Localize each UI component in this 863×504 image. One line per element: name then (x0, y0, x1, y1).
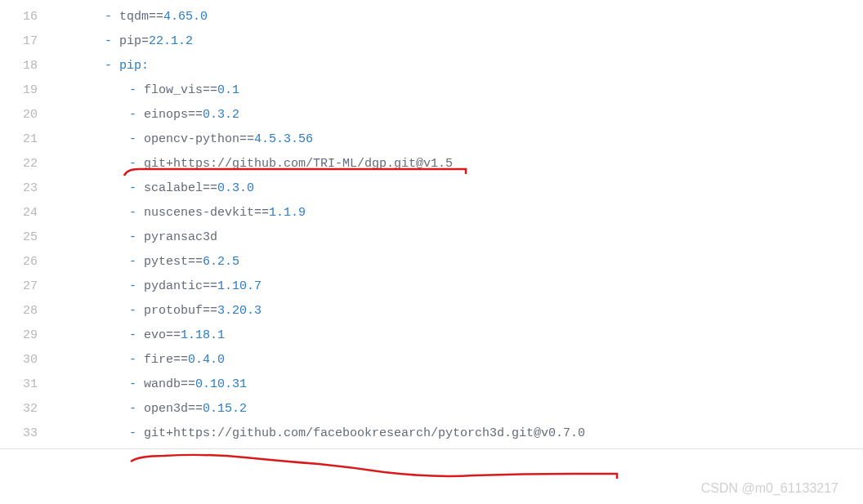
line-content: - nuscenes-devkit==1.1.9 (56, 206, 863, 220)
code-line: 19- flow_vis==0.1 (0, 78, 863, 102)
package-name: fire (144, 353, 173, 367)
equals: == (203, 279, 217, 293)
list-dash: - (129, 157, 136, 171)
line-number: 20 (0, 108, 56, 122)
equals: == (203, 83, 217, 97)
line-content: - wandb==0.10.31 (56, 377, 863, 391)
code-line: 17- pip=22.1.2 (0, 29, 863, 53)
package-name: tqdm (119, 10, 149, 24)
version: 0.4.0 (188, 353, 225, 367)
code-line: 30- fire==0.4.0 (0, 347, 863, 372)
code-line: 31- wandb==0.10.31 (0, 372, 863, 396)
list-dash: - (129, 206, 136, 220)
line-content: - scalabel==0.3.0 (56, 181, 863, 195)
package-name: nuscenes-devkit (144, 206, 254, 220)
line-number: 24 (0, 206, 56, 220)
line-number: 25 (0, 230, 56, 244)
list-dash: - (129, 181, 136, 195)
list-dash: - (105, 59, 112, 73)
line-number: 19 (0, 83, 56, 97)
package-name: pydantic (144, 279, 203, 293)
line-number: 23 (0, 181, 56, 195)
line-content: - git+https://github.com/facebookresearc… (56, 426, 863, 440)
watermark: CSDN @m0_61133217 (701, 481, 838, 496)
equals: == (149, 10, 163, 24)
line-content: - pip: (56, 59, 863, 73)
line-content: - pydantic==1.10.7 (56, 279, 863, 293)
package-name: open3d (144, 402, 188, 416)
line-content: - tqdm==4.65.0 (56, 10, 863, 24)
package-name: flow_vis (144, 83, 203, 97)
list-dash: - (129, 426, 136, 440)
equals: == (173, 353, 188, 367)
line-content: - pip=22.1.2 (56, 34, 863, 48)
package-name: pytest (144, 255, 188, 269)
equals: == (239, 132, 254, 146)
list-dash: - (129, 279, 136, 293)
package-name: git+https://github.com/facebookresearch/… (144, 426, 585, 440)
line-content: - flow_vis==0.1 (56, 83, 863, 97)
code-line: 23- scalabel==0.3.0 (0, 176, 863, 200)
list-dash: - (129, 328, 136, 342)
list-dash: - (129, 353, 136, 367)
line-number: 27 (0, 279, 56, 293)
equals: == (203, 181, 217, 195)
package-name: scalabel (144, 181, 203, 195)
list-dash: - (129, 83, 136, 97)
line-content: - open3d==0.15.2 (56, 402, 863, 416)
list-dash: - (129, 230, 136, 244)
version: 4.65.0 (163, 10, 208, 24)
version: 0.3.2 (203, 108, 239, 122)
package-name: wandb (144, 377, 181, 391)
line-number: 21 (0, 132, 56, 146)
code-line: 32- open3d==0.15.2 (0, 396, 863, 421)
list-dash: - (105, 34, 112, 48)
line-content: - protobuf==3.20.3 (56, 304, 863, 318)
bottom-border (0, 448, 863, 449)
equals: == (166, 328, 181, 342)
equals: == (203, 304, 217, 318)
version: 4.5.3.56 (254, 132, 313, 146)
line-number: 30 (0, 353, 56, 367)
line-content: - pyransac3d (56, 230, 863, 244)
equals: == (254, 206, 269, 220)
list-dash: - (129, 255, 136, 269)
line-number: 22 (0, 157, 56, 171)
list-dash: - (129, 304, 136, 318)
package-name: pip (119, 34, 141, 48)
version: 1.1.9 (269, 206, 306, 220)
code-line: 33- git+https://github.com/facebookresea… (0, 421, 863, 445)
package-name: opencv-python (144, 132, 239, 146)
line-number: 33 (0, 426, 56, 440)
line-number: 31 (0, 377, 56, 391)
yaml-key: pip: (119, 59, 149, 73)
equals: == (181, 377, 195, 391)
version: 3.20.3 (217, 304, 262, 318)
code-line: 27- pydantic==1.10.7 (0, 274, 863, 298)
list-dash: - (129, 132, 136, 146)
list-dash: - (129, 108, 136, 122)
code-line: 26- pytest==6.2.5 (0, 249, 863, 274)
line-number: 17 (0, 34, 56, 48)
version: 1.10.7 (217, 279, 262, 293)
line-content: - opencv-python==4.5.3.56 (56, 132, 863, 146)
version: 0.10.31 (195, 377, 247, 391)
line-content: - einops==0.3.2 (56, 108, 863, 122)
list-dash: - (129, 402, 136, 416)
line-number: 26 (0, 255, 56, 269)
code-block: 16- tqdm==4.65.017- pip=22.1.218- pip:19… (0, 0, 863, 445)
line-content: - evo==1.18.1 (56, 328, 863, 342)
code-line: 21- opencv-python==4.5.3.56 (0, 127, 863, 151)
code-line: 18- pip: (0, 53, 863, 78)
line-number: 28 (0, 304, 56, 318)
equals: == (188, 108, 203, 122)
version: 1.18.1 (181, 328, 225, 342)
code-line: 24- nuscenes-devkit==1.1.9 (0, 200, 863, 225)
package-name: evo (144, 328, 166, 342)
list-dash: - (105, 10, 112, 24)
code-line: 22- git+https://github.com/TRI-ML/dgp.gi… (0, 151, 863, 176)
code-line: 29- evo==1.18.1 (0, 323, 863, 347)
package-name: git+https://github.com/TRI-ML/dgp.git@v1… (144, 157, 453, 171)
line-number: 29 (0, 328, 56, 342)
version: 6.2.5 (203, 255, 239, 269)
